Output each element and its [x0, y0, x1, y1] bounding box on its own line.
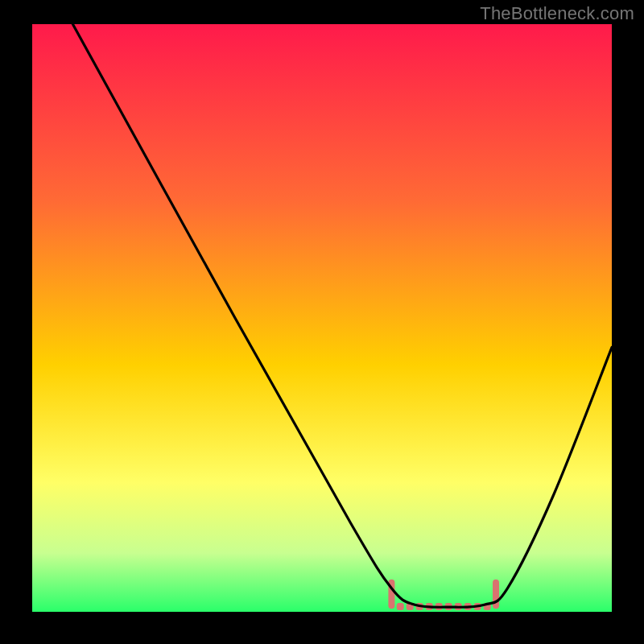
- plot-area: [32, 24, 612, 612]
- svg-rect-2: [397, 603, 404, 610]
- watermark-label: TheBottleneck.com: [480, 3, 634, 24]
- chart-frame: TheBottleneck.com: [0, 0, 644, 644]
- svg-rect-1: [493, 580, 499, 609]
- bottleneck-chart: [32, 24, 612, 612]
- gradient-background: [32, 24, 612, 612]
